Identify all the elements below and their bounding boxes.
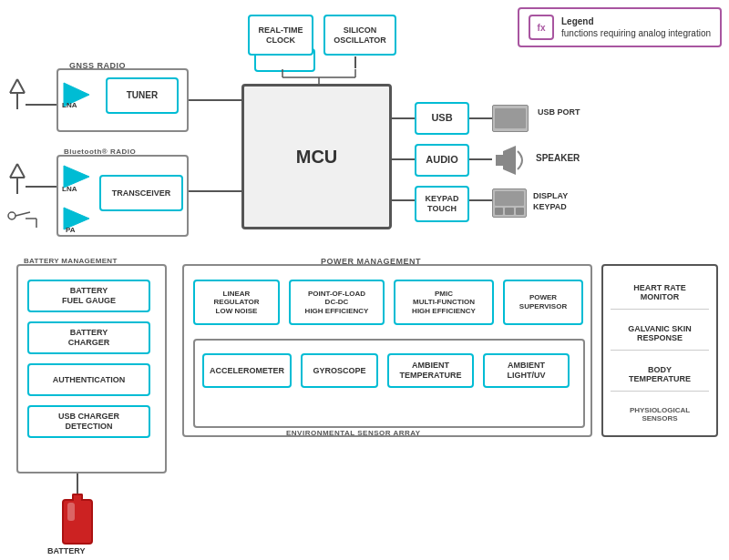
accelerometer-box: ACCELEROMETER xyxy=(202,353,292,388)
mcu-box: MCU xyxy=(241,84,392,229)
ambient-light-label: AMBIENT LIGHT/UV xyxy=(508,361,546,381)
bt-transceiver-box: TRANSCEIVER xyxy=(99,175,183,211)
pmic-box: PMIC MULTI-FUNCTION HIGH EFFICIENCY xyxy=(394,280,494,325)
ambient-temp-box: AMBIENT TEMPERATURE xyxy=(387,353,474,388)
bt-label: Bluetooth® RADIO xyxy=(64,148,136,156)
charger-label: BATTERY CHARGER xyxy=(68,328,110,348)
gnss-radio-box: GNSS RADIO LNA TUNER xyxy=(56,68,189,132)
pmic-label: PMIC MULTI-FUNCTION HIGH EFFICIENCY xyxy=(412,290,476,316)
usb-port-label: USB PORT xyxy=(538,107,580,117)
rtc-box: REAL-TIME CLOCK xyxy=(248,15,313,56)
fuel-gauge-label: BATTERY FUEL GAUGE xyxy=(62,286,116,306)
oscillator-box: SILICON OSCILLATOR xyxy=(323,15,396,56)
legend-subtitle: functions requiring analog integration xyxy=(561,28,711,38)
bt-radio-box: Bluetooth® RADIO LNA PA TRANSCEIVER xyxy=(56,155,189,237)
gnss-tuner-label: TUNER xyxy=(127,90,158,101)
legend-title: Legend xyxy=(561,15,711,27)
bt-antenna xyxy=(5,159,30,196)
keypad-box: KEYPAD TOUCH xyxy=(415,186,469,222)
display-symbol xyxy=(492,188,527,218)
bt-switch xyxy=(5,205,36,228)
oscillator-label: SILICON OSCILLATOR xyxy=(334,25,386,46)
usb-label: USB xyxy=(431,112,452,124)
bt-pa-label: PA xyxy=(66,226,76,234)
power-mgmt-label: POWER MANAGEMENT xyxy=(321,257,421,266)
usb-port-symbol xyxy=(492,105,529,132)
svg-rect-41 xyxy=(496,155,503,166)
auth-box: AUTHENTICATION xyxy=(27,363,150,396)
ambient-temp-label: AMBIENT TEMPERATURE xyxy=(400,361,462,381)
dc-dc-box: POINT-OF-LOAD DC-DC HIGH EFFICIENCY xyxy=(289,280,385,325)
svg-line-31 xyxy=(10,79,17,93)
bt-lna-label: LNA xyxy=(62,185,77,193)
gnss-tuner-box: TUNER xyxy=(106,77,179,114)
gyroscope-label: GYROSCOPE xyxy=(313,366,365,376)
env-sensor-label: ENVIRONMENTAL SENSOR ARRAY xyxy=(286,429,421,437)
keypad-label: KEYPAD TOUCH xyxy=(426,194,459,214)
gnss-antenna xyxy=(5,75,30,111)
phys-sensors-bottom-label: PHYSIOLOGICAL SENSORS xyxy=(611,398,709,430)
speaker-icon xyxy=(492,144,529,177)
usb-detect-box: USB CHARGER DETECTION xyxy=(27,405,150,438)
supervisor-label: POWER SUPERVISOR xyxy=(519,293,567,311)
fuel-gauge-box: BATTERY FUEL GAUGE xyxy=(27,280,150,312)
audio-label: AUDIO xyxy=(426,154,457,166)
accelerometer-label: ACCELEROMETER xyxy=(210,366,284,376)
charger-box: BATTERY CHARGER xyxy=(27,321,150,354)
phys-sensors-box: HEART RATE MONITOR GALVANIC SKIN RESPONS… xyxy=(601,264,718,437)
speaker-label: SPEAKER xyxy=(536,153,580,163)
auth-label: AUTHENTICATION xyxy=(53,375,125,385)
battery-mgmt-label: BATTERY MANAGEMENT xyxy=(24,257,118,265)
display-label: DISPLAY KEYPAD xyxy=(533,191,568,212)
power-mgmt-box: POWER MANAGEMENT LINEAR REGULATOR LOW NO… xyxy=(182,264,592,437)
dc-dc-label: POINT-OF-LOAD DC-DC HIGH EFFICIENCY xyxy=(305,290,369,316)
svg-line-40 xyxy=(15,212,30,216)
galvanic-label: GALVANIC SKIN RESPONSE xyxy=(611,316,709,351)
rtc-label: REAL-TIME CLOCK xyxy=(259,25,303,46)
body-temp-label: BODY TEMPERATURE xyxy=(611,357,709,392)
battery-mgmt-box: BATTERY MANAGEMENT BATTERY FUEL GAUGE BA… xyxy=(16,264,167,473)
svg-line-37 xyxy=(10,164,17,178)
gnss-label: GNSS RADIO xyxy=(69,61,126,70)
audio-box: AUDIO xyxy=(415,144,469,177)
heart-rate-label: HEART RATE MONITOR xyxy=(611,275,709,310)
gyroscope-box: GYROSCOPE xyxy=(301,353,378,388)
linear-reg-box: LINEAR REGULATOR LOW NOISE xyxy=(193,280,280,325)
mcu-label: MCU xyxy=(296,147,338,168)
svg-marker-42 xyxy=(503,146,516,175)
legend-box: fx Legend functions requiring analog int… xyxy=(518,7,722,47)
legend-text: Legend functions requiring analog integr… xyxy=(561,15,711,39)
svg-line-32 xyxy=(17,79,25,93)
linear-reg-label: LINEAR REGULATOR LOW NOISE xyxy=(214,290,260,316)
bt-transceiver-label: TRANSCEIVER xyxy=(112,188,171,199)
svg-line-38 xyxy=(17,164,25,178)
supervisor-box: POWER SUPERVISOR xyxy=(503,280,583,325)
usb-detect-label: USB CHARGER DETECTION xyxy=(58,412,119,432)
svg-point-39 xyxy=(8,212,15,219)
battery-bottom-label: BATTERY xyxy=(47,546,86,555)
env-sensor-box: ENVIRONMENTAL SENSOR ARRAY ACCELEROMETER… xyxy=(193,339,585,428)
legend-icon-label: fx xyxy=(538,23,546,33)
diagram: fx Legend functions requiring analog int… xyxy=(0,0,729,560)
battery-shine xyxy=(67,503,75,521)
battery-top xyxy=(72,494,83,501)
gnss-lna-label: LNA xyxy=(62,101,77,109)
legend-icon: fx xyxy=(529,15,554,40)
usb-box: USB xyxy=(415,102,469,135)
ambient-light-box: AMBIENT LIGHT/UV xyxy=(483,353,570,388)
